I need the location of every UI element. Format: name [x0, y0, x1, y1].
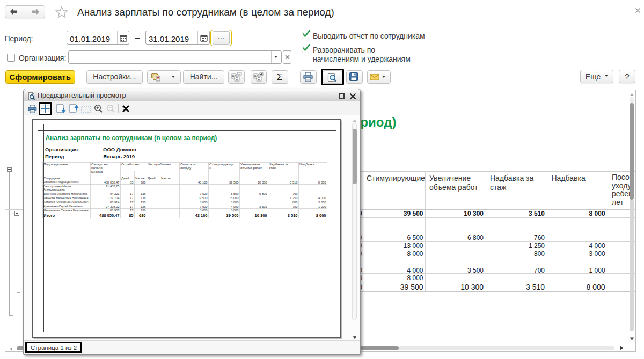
- svg-text:С: С: [258, 77, 260, 80]
- svg-text:С: С: [236, 77, 238, 80]
